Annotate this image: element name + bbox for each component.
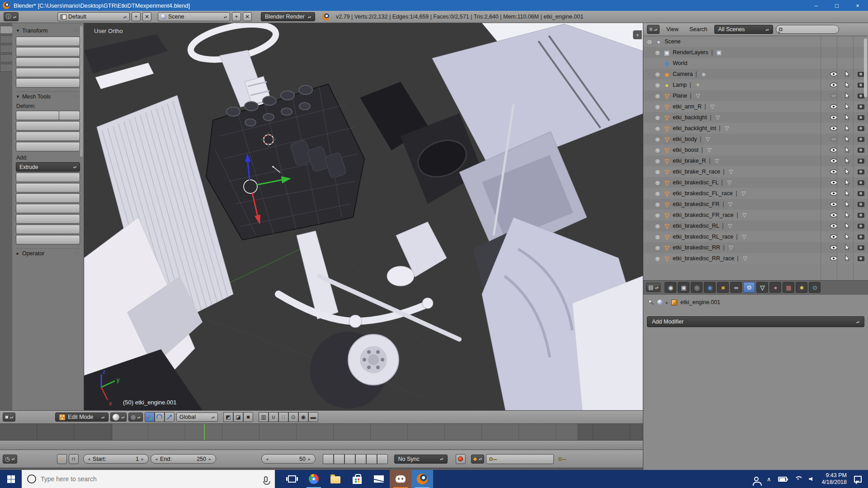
object-name[interactable]: etki_arm_R <box>673 103 702 110</box>
header-tool-button[interactable] <box>288 412 298 422</box>
taskbar-search-input[interactable] <box>41 475 259 483</box>
manipulator-scale-button[interactable] <box>165 412 175 422</box>
eye-visibility-icon[interactable] <box>830 256 837 261</box>
delete-scene-button[interactable]: ✕ <box>243 12 252 21</box>
properties-tab[interactable] <box>717 282 729 293</box>
minimize-button[interactable]: – <box>806 0 826 11</box>
hidden-icons-chevron[interactable]: ∧ <box>767 476 771 483</box>
eye-visibility-icon[interactable] <box>830 159 837 163</box>
render-visibility-camera-icon[interactable] <box>858 126 864 131</box>
outliner-row[interactable]: etki_body <box>643 134 868 145</box>
transform-orientation-select[interactable]: Global ▴▾ <box>176 413 218 422</box>
expand-toggle-icon[interactable] <box>654 114 661 121</box>
tool-button[interactable] <box>16 57 80 67</box>
render-visibility-camera-icon[interactable] <box>858 180 864 185</box>
editor-type-button[interactable]: ◷▴▾ <box>3 455 17 464</box>
outliner-scrollbar[interactable] <box>864 38 867 97</box>
object-name[interactable]: etki_brakedisc_FR <box>673 201 720 207</box>
add-layout-button[interactable]: + <box>132 12 141 21</box>
render-visibility-camera-icon[interactable] <box>858 213 864 218</box>
header-tool-button[interactable] <box>259 412 269 422</box>
render-visibility-camera-icon[interactable] <box>858 137 864 142</box>
render-visibility-camera-icon[interactable] <box>858 169 864 174</box>
outliner-scope-select[interactable]: All Scenes ▴▾ <box>714 25 773 34</box>
cursor-selectability-icon[interactable] <box>845 201 850 208</box>
properties-tab[interactable] <box>756 282 768 293</box>
add-modifier-select[interactable]: Add Modifier ▴▾ <box>647 316 864 327</box>
object-name[interactable]: etki_brakedisc_RL <box>673 223 719 229</box>
expand-toggle-icon[interactable] <box>654 234 661 240</box>
tool-shelf-tab[interactable] <box>0 45 12 53</box>
outliner-row[interactable]: etki_boost <box>643 145 868 155</box>
insert-keyframe-icon[interactable] <box>558 457 562 461</box>
battery-icon[interactable] <box>778 477 787 482</box>
tool-button[interactable] <box>16 204 80 213</box>
delete-layout-button[interactable]: ✕ <box>142 12 151 21</box>
3d-viewport[interactable]: z y x User Ortho (50) etki_engine.001 + <box>84 23 643 410</box>
playback-button[interactable] <box>377 454 388 464</box>
eye-visibility-icon[interactable] <box>830 104 837 109</box>
microphone-icon[interactable] <box>264 476 268 482</box>
properties-tab[interactable] <box>769 282 781 293</box>
keying-set-select[interactable]: ◆▴▾ <box>471 455 485 464</box>
tool-shelf-tab[interactable] <box>0 26 12 34</box>
outliner-row[interactable]: etki_backlight_int <box>643 123 868 134</box>
task-view-button[interactable] <box>281 470 303 488</box>
object-name[interactable]: Scene <box>665 38 680 45</box>
object-name[interactable]: etki_brake_R_race <box>673 169 720 175</box>
render-visibility-camera-icon[interactable] <box>858 191 864 196</box>
render-engine-select[interactable]: Blender Render ▴▾ <box>261 12 315 21</box>
object-name[interactable]: etki_brakedisc_RR <box>673 244 720 251</box>
start-button[interactable] <box>0 470 22 488</box>
outliner-row[interactable]: etki_backlight <box>643 112 868 123</box>
increment-arrow-icon[interactable]: ▸ <box>209 457 211 461</box>
cursor-selectability-icon[interactable] <box>845 179 850 187</box>
properties-tab[interactable] <box>665 282 676 293</box>
playback-button[interactable] <box>355 454 366 464</box>
select-mode-button[interactable] <box>243 412 253 422</box>
expand-toggle-icon[interactable] <box>654 82 661 89</box>
decrement-arrow-icon[interactable]: ◂ <box>88 457 90 461</box>
eye-visibility-icon[interactable] <box>830 115 837 120</box>
cursor-selectability-icon[interactable] <box>845 103 850 111</box>
decrement-arrow-icon[interactable]: ◂ <box>156 457 158 461</box>
eye-visibility-icon[interactable] <box>830 191 837 196</box>
properties-tab[interactable] <box>743 282 755 293</box>
eye-visibility-icon[interactable] <box>830 235 837 239</box>
select-mode-button[interactable] <box>233 412 243 422</box>
expand-toggle-icon[interactable] <box>654 71 661 78</box>
playback-button[interactable] <box>366 454 377 464</box>
outliner-row[interactable]: etki_brake_R_race <box>643 166 868 177</box>
cursor-selectability-icon[interactable] <box>845 81 850 89</box>
timeline-ruler[interactable] <box>0 441 643 450</box>
taskbar-discord[interactable] <box>390 470 411 488</box>
properties-tab[interactable] <box>809 282 821 293</box>
tool-shelf-tab[interactable] <box>0 54 12 62</box>
tool-button[interactable] <box>16 47 80 56</box>
header-tool-button[interactable] <box>308 412 318 422</box>
outliner-row[interactable]: etki_brakedisc_FR_race <box>643 210 868 221</box>
outliner-row[interactable]: World <box>643 58 868 69</box>
editor-type-button[interactable]: ▤▴▾ <box>646 283 660 292</box>
select-mode-button[interactable] <box>223 412 233 422</box>
render-visibility-camera-icon[interactable] <box>858 104 864 109</box>
object-name[interactable]: etki_boost <box>673 147 698 153</box>
taskbar-chrome[interactable] <box>303 470 325 488</box>
render-visibility-camera-icon[interactable] <box>858 235 864 239</box>
cursor-selectability-icon[interactable] <box>845 190 850 197</box>
object-name[interactable]: World <box>673 60 687 66</box>
render-visibility-camera-icon[interactable] <box>858 94 864 99</box>
tool-button[interactable] <box>16 193 80 203</box>
add-scene-button[interactable]: + <box>232 12 241 21</box>
render-visibility-camera-icon[interactable] <box>858 159 864 164</box>
outliner-search-box[interactable] <box>776 25 839 34</box>
object-name[interactable]: etki_brakedisc_FR_race <box>673 212 734 218</box>
eye-visibility-icon[interactable] <box>830 245 837 250</box>
editor-type-button[interactable]: ≡▴▾ <box>647 25 660 34</box>
tool-button[interactable] <box>16 214 80 224</box>
expand-toggle-icon[interactable] <box>654 223 661 230</box>
cursor-selectability-icon[interactable] <box>845 136 850 143</box>
eye-visibility-icon[interactable] <box>830 126 837 131</box>
cursor-selectability-icon[interactable] <box>845 157 850 165</box>
increment-arrow-icon[interactable]: ▸ <box>142 457 144 461</box>
